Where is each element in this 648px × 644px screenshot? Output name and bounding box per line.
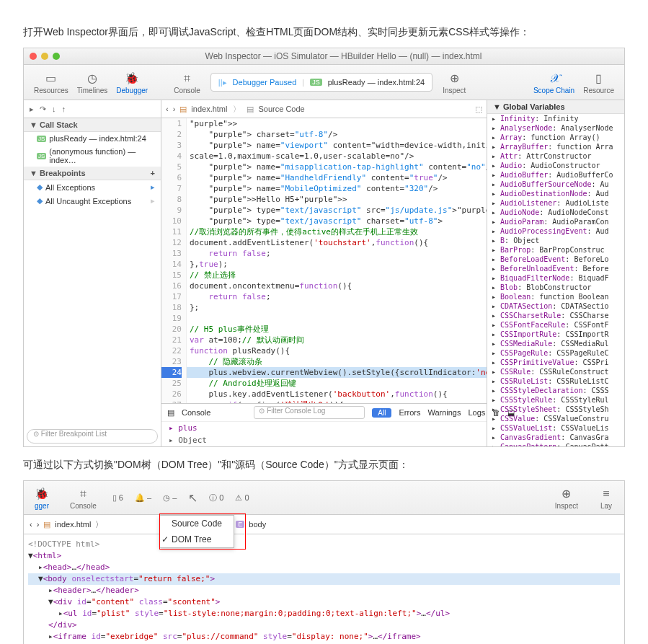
maximize-icon[interactable] <box>53 53 60 60</box>
tab-debugger[interactable]: 🐞Debugger <box>116 71 148 94</box>
global-var-item[interactable]: ▸ CSSImportRule: CSSImportR <box>487 330 624 339</box>
global-var-item[interactable]: ▸ CSSRuleList: CSSRuleListC <box>487 376 624 386</box>
global-var-item[interactable]: ▸ AudioParam: AudioParamCon <box>487 217 624 226</box>
crumb-body[interactable]: body <box>249 520 266 529</box>
console-icon: ⌗ <box>179 71 195 87</box>
step-over-icon[interactable]: ↷ <box>40 105 46 114</box>
global-var-item[interactable]: ▸ CSSValueList: CSSValueLis <box>487 423 624 433</box>
filter-breakpoint-input[interactable]: ⊙ Filter Breakpoint List <box>27 429 158 444</box>
global-var-item[interactable]: ▸ AudioNode: AudioNodeConst <box>487 208 624 217</box>
breakpoint-item[interactable]: ◆All Exceptions▸ <box>24 180 161 194</box>
global-var-item[interactable]: ▸ AudioBufferSourceNode: Au <box>487 180 624 189</box>
view-mode-menu[interactable]: Source Code DOM Tree <box>159 515 234 548</box>
tab-console[interactable]: ⌗Console <box>70 486 97 510</box>
clock-icon[interactable]: ◷ – <box>163 493 177 503</box>
filter-errors[interactable]: Errors <box>399 408 420 417</box>
tab-resources[interactable]: ▭Resources <box>34 71 68 94</box>
global-var-item[interactable]: ▸ BiquadFilterNode: BiquadF <box>487 273 624 283</box>
back-icon[interactable]: ‹ <box>166 105 169 113</box>
tab-scope-chain[interactable]: 𝒳Scope Chain <box>533 71 574 94</box>
global-var-item[interactable]: ▸ AudioListener: AudioListe <box>487 198 624 208</box>
global-vars-header[interactable]: ▼ Global Variables <box>487 100 624 114</box>
global-var-item[interactable]: ▸ ArrayBuffer: function Arra <box>487 142 624 151</box>
close-icon[interactable] <box>30 53 37 60</box>
bug-icon: 🐞 <box>124 71 140 87</box>
global-var-item[interactable]: ▸ Array: function Array() <box>487 133 624 142</box>
global-var-item[interactable]: ▸ CanvasGradient: CanvasGra <box>487 433 624 442</box>
bell-icon[interactable]: 🔔 – <box>135 493 151 503</box>
filter-console-input[interactable]: ⊙ Filter Console Log <box>254 406 365 419</box>
crumb-mode[interactable]: Source Code <box>258 105 304 113</box>
console-line[interactable]: ▸ Object <box>161 434 487 446</box>
code-lines[interactable]: "purple">> "purple"> charset="utf-8"/> "… <box>187 118 487 403</box>
inspect-button[interactable]: ⊕Inspect <box>443 71 466 94</box>
global-var-item[interactable]: ▸ CSSMediaRule: CSSMediaRul <box>487 339 624 348</box>
bp-icon: ◆ <box>37 196 43 206</box>
toggle-icon[interactable]: ▸ <box>151 182 155 192</box>
add-icon[interactable]: + <box>151 169 155 177</box>
resume-icon[interactable]: ▸ <box>30 105 34 114</box>
global-var-item[interactable]: ▸ CSSStyleDeclaration: CSSS <box>487 386 624 395</box>
global-var-item[interactable]: ▸ AudioBuffer: AudioBufferCo <box>487 170 624 180</box>
global-var-item[interactable]: ▸ CSSCharsetRule: CSSCharse <box>487 311 624 320</box>
toolbar: ▭Resources ◷Timelines 🐞Debugger ⌗Console… <box>24 65 624 100</box>
menu-dom-tree[interactable]: DOM Tree <box>160 531 234 547</box>
global-var-item[interactable]: ▸ CSSRule: CSSRuleConstruct <box>487 367 624 376</box>
crumb-file[interactable]: index.html <box>55 520 91 529</box>
global-var-item[interactable]: ▸ CSSStyleSheet: CSSStyleSh <box>487 405 624 414</box>
breakpoint-item[interactable]: ◆All Uncaught Exceptions▸ <box>24 194 161 208</box>
tab-resource[interactable]: ▯Resource <box>583 71 614 94</box>
global-var-item[interactable]: ▸ AnalyserNode: AnalyserNode <box>487 123 624 133</box>
console-label: Console <box>182 408 210 417</box>
tab-layers[interactable]: ≡Lay <box>598 486 614 510</box>
global-var-item[interactable]: ▸ Blob: BlobConstructor <box>487 283 624 292</box>
global-var-item[interactable]: ▸ CSSValue: CSSValueConstru <box>487 414 624 423</box>
step-out-icon[interactable]: ↑ <box>62 105 66 113</box>
forward-icon[interactable]: › <box>173 105 176 113</box>
call-stack-header[interactable]: ▼ Call Stack <box>24 118 161 132</box>
global-var-item[interactable]: ▸ Boolean: function Boolean <box>487 292 624 301</box>
global-var-item[interactable]: ▸ Audio: AudioConstructor <box>487 161 624 170</box>
menu-source-code[interactable]: Source Code <box>160 516 234 531</box>
bp-icon: ◆ <box>37 182 43 192</box>
global-var-item[interactable]: ▸ BeforeLoadEvent: BeforeLo <box>487 255 624 264</box>
step-in-icon[interactable]: ↓ <box>52 105 56 113</box>
global-var-item[interactable]: ▸ CSSPrimitiveValue: CSSPri <box>487 358 624 367</box>
global-var-item[interactable]: ▸ Attr: AttrConstructor <box>487 151 624 161</box>
global-var-item[interactable]: ▸ Infinity: Infinity <box>487 114 624 123</box>
filter-all[interactable]: All <box>372 408 391 418</box>
console-line[interactable]: ▸ plus <box>161 422 487 434</box>
global-var-item[interactable]: ▸ BarProp: BarPropConstruc <box>487 245 624 255</box>
crumb-file[interactable]: index.html <box>191 105 227 113</box>
tab-console[interactable]: ⌗Console <box>174 71 200 94</box>
callstack-item[interactable]: JSplusReady — index.html:24 <box>24 132 161 145</box>
back-icon[interactable]: ‹ <box>30 520 32 529</box>
window-title: Web Inspector — iOS Simulator — HBuilder… <box>68 51 618 61</box>
toggle-icon[interactable]: ▸ <box>151 196 155 206</box>
minimize-icon[interactable] <box>41 53 48 60</box>
filter-logs[interactable]: Logs <box>469 408 486 417</box>
gutter[interactable]: 1234567891011121314151617181920212223242… <box>161 118 187 403</box>
dom-tree[interactable]: <!DOCTYPE html> ▼<html> ▸<head>…</head> … <box>24 534 624 644</box>
global-var-item[interactable]: ▸ BeforeUnloadEvent: Before <box>487 264 624 273</box>
mid-text: 可通过以下方式切换"DOM树（DOM Tree）"和"源码（Source Cod… <box>23 459 625 472</box>
expand-icon[interactable]: ⬚ <box>475 105 482 114</box>
doc-icon: ▯ <box>591 71 607 87</box>
callstack-item[interactable]: JS(anonymous function) — index… <box>24 145 161 167</box>
global-var-item[interactable]: ▸ CDATASection: CDATASectio <box>487 301 624 311</box>
breakpoints-header[interactable]: ▼ Breakpoints+ <box>24 167 161 180</box>
tab-timelines[interactable]: ◷Timelines <box>77 71 107 94</box>
global-var-item[interactable]: ▸ B: Object <box>487 236 624 245</box>
global-var-item[interactable]: ▸ AudioProcessingEvent: Aud <box>487 226 624 236</box>
inspect-button[interactable]: ⊕Inspect <box>555 486 578 510</box>
forward-icon[interactable]: › <box>37 520 40 529</box>
filter-warnings[interactable]: Warnings <box>427 408 461 417</box>
global-var-item[interactable]: ▸ CanvasPattern: CanvasPatt <box>487 442 624 446</box>
global-var-item[interactable]: ▸ CSSStyleRule: CSSStyleRul <box>487 395 624 405</box>
global-var-item[interactable]: ▸ CSSPageRule: CSSPageRuleC <box>487 348 624 358</box>
tab-debugger[interactable]: 🐞gger <box>34 486 50 510</box>
global-var-item[interactable]: ▸ AudioDestinationNode: Aud <box>487 189 624 198</box>
console-toggle-icon[interactable]: ▤ <box>167 408 174 418</box>
global-var-item[interactable]: ▸ CSSFontFaceRule: CSSFontF <box>487 320 624 330</box>
bug-icon: 🐞 <box>34 486 50 502</box>
